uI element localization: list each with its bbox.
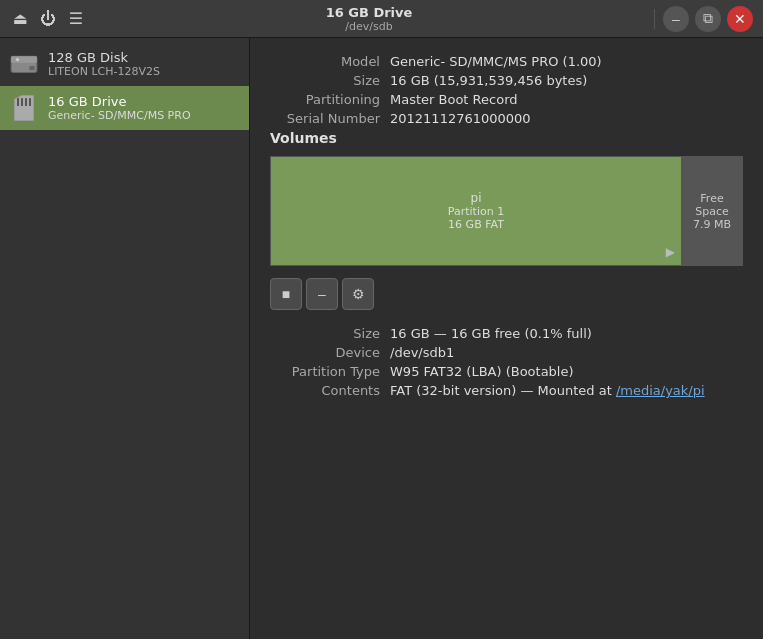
restore-button[interactable]: ⧉ xyxy=(695,6,721,32)
svg-rect-1 xyxy=(11,56,37,62)
contents-link[interactable]: /media/yak/pi xyxy=(616,383,705,398)
sd-icon xyxy=(10,94,38,122)
detail-partition-type-row: Partition Type W95 FAT32 (LBA) (Bootable… xyxy=(270,364,743,379)
detail-contents-label: Contents xyxy=(270,383,390,398)
detail-partition-type-value: W95 FAT32 (LBA) (Bootable) xyxy=(390,364,574,379)
settings-button[interactable]: ⚙ xyxy=(342,278,374,310)
free-space-size: 7.9 MB xyxy=(693,218,731,231)
sidebar-item-128gb-text: 128 GB Disk LITEON LCH-128V2S xyxy=(48,50,160,78)
sidebar-item-16gb-text: 16 GB Drive Generic- SD/MMC/MS PRO xyxy=(48,94,191,122)
svg-rect-2 xyxy=(29,66,34,70)
model-label: Model xyxy=(270,54,390,69)
sidebar-item-128gb-name: 128 GB Disk xyxy=(48,50,160,65)
svg-rect-6 xyxy=(25,98,27,106)
minus-icon: – xyxy=(318,286,326,302)
serial-value: 20121112761000000 xyxy=(390,111,531,126)
svg-rect-4 xyxy=(17,98,19,106)
power-icon[interactable]: ⏻ xyxy=(38,9,58,29)
svg-rect-5 xyxy=(21,98,23,106)
main-container: 128 GB Disk LITEON LCH-128V2S 16 GB Driv… xyxy=(0,38,763,639)
disk-icon xyxy=(10,50,38,78)
separator xyxy=(654,9,655,29)
svg-rect-7 xyxy=(29,98,31,106)
sidebar-item-16gb-sub: Generic- SD/MMC/MS PRO xyxy=(48,109,191,122)
partitioning-row: Partitioning Master Boot Record xyxy=(270,92,743,107)
partition-play-icon[interactable]: ▶ xyxy=(666,245,675,259)
detail-device-row: Device /dev/sdb1 xyxy=(270,345,743,360)
serial-row: Serial Number 20121112761000000 xyxy=(270,111,743,126)
svg-point-3 xyxy=(16,58,19,61)
stop-button[interactable]: ■ xyxy=(270,278,302,310)
gear-icon: ⚙ xyxy=(352,286,365,302)
window-subtitle: /dev/sdb xyxy=(345,20,392,33)
size-label: Size xyxy=(270,73,390,88)
titlebar-left: ⏏ ⏻ ☰ xyxy=(10,9,86,29)
sidebar-item-128gb-sub: LITEON LCH-128V2S xyxy=(48,65,160,78)
size-value: 16 GB (15,931,539,456 bytes) xyxy=(390,73,587,88)
detail-contents-row: Contents FAT (32-bit version) — Mounted … xyxy=(270,383,743,398)
partition-bar: pi Partition 1 16 GB FAT ▶ Free Space 7.… xyxy=(270,156,743,266)
minimize-button[interactable]: – xyxy=(663,6,689,32)
detail-device-label: Device xyxy=(270,345,390,360)
partition-free-space: Free Space 7.9 MB xyxy=(682,157,742,265)
sidebar-item-16gb-name: 16 GB Drive xyxy=(48,94,191,109)
sidebar-item-16gb-drive[interactable]: 16 GB Drive Generic- SD/MMC/MS PRO xyxy=(0,86,249,130)
detail-contents-value: FAT (32-bit version) — Mounted at /media… xyxy=(390,383,705,398)
partition-toolbar: ■ – ⚙ xyxy=(270,274,743,314)
partition-size: 16 GB FAT xyxy=(448,218,504,231)
model-value: Generic- SD/MMC/MS PRO (1.00) xyxy=(390,54,602,69)
detail-size-label: Size xyxy=(270,326,390,341)
partitioning-label: Partitioning xyxy=(270,92,390,107)
stop-icon: ■ xyxy=(282,286,290,302)
partitioning-value: Master Boot Record xyxy=(390,92,518,107)
titlebar-right: – ⧉ ✕ xyxy=(652,6,753,32)
partition-main-text: pi Partition 1 16 GB FAT xyxy=(448,191,504,231)
model-row: Model Generic- SD/MMC/MS PRO (1.00) xyxy=(270,54,743,69)
contents-prefix: FAT (32-bit version) — Mounted at xyxy=(390,383,616,398)
detail-partition-type-label: Partition Type xyxy=(270,364,390,379)
sidebar-item-128gb-disk[interactable]: 128 GB Disk LITEON LCH-128V2S xyxy=(0,42,249,86)
size-row: Size 16 GB (15,931,539,456 bytes) xyxy=(270,73,743,88)
serial-label: Serial Number xyxy=(270,111,390,126)
free-space-label: Free Space xyxy=(682,192,742,218)
partition-label: Partition 1 xyxy=(448,205,504,218)
detail-size-value: 16 GB — 16 GB free (0.1% full) xyxy=(390,326,592,341)
window-title: 16 GB Drive xyxy=(326,5,413,20)
sidebar: 128 GB Disk LITEON LCH-128V2S 16 GB Driv… xyxy=(0,38,250,639)
partition-main[interactable]: pi Partition 1 16 GB FAT ▶ xyxy=(271,157,682,265)
partition-details: Size 16 GB — 16 GB free (0.1% full) Devi… xyxy=(270,326,743,398)
content-area: Model Generic- SD/MMC/MS PRO (1.00) Size… xyxy=(250,38,763,639)
partition-name: pi xyxy=(448,191,504,205)
titlebar-center: 16 GB Drive /dev/sdb xyxy=(86,5,652,33)
detail-size-row: Size 16 GB — 16 GB free (0.1% full) xyxy=(270,326,743,341)
remove-button[interactable]: – xyxy=(306,278,338,310)
titlebar: ⏏ ⏻ ☰ 16 GB Drive /dev/sdb – ⧉ ✕ xyxy=(0,0,763,38)
menu-icon[interactable]: ☰ xyxy=(66,9,86,29)
eject-icon[interactable]: ⏏ xyxy=(10,9,30,29)
detail-device-value: /dev/sdb1 xyxy=(390,345,454,360)
close-button[interactable]: ✕ xyxy=(727,6,753,32)
volumes-title: Volumes xyxy=(270,130,743,146)
